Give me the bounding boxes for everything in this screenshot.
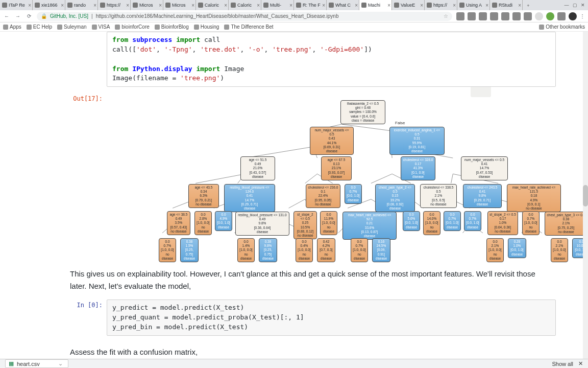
browser-tab[interactable]: Micros× xyxy=(163,0,196,10)
output-prompt: Out[17]: xyxy=(68,93,107,264)
close-icon[interactable]: × xyxy=(257,3,260,8)
browser-tab[interactable]: https://× xyxy=(98,0,131,10)
ext-icon[interactable] xyxy=(546,12,554,20)
close-icon[interactable]: × xyxy=(485,3,488,8)
code-cell[interactable]: y_predict = model.predict(X_test) y_pred… xyxy=(107,300,556,336)
omnibox[interactable]: 🔒 GitHub, Inc. [US] | https://github.com… xyxy=(37,12,452,21)
close-icon[interactable]: ✕ xyxy=(580,2,586,8)
close-icon[interactable]: ✕ xyxy=(578,360,583,367)
favicon-icon xyxy=(459,3,464,8)
close-icon[interactable]: × xyxy=(289,3,292,8)
tree-node: max_heart_rate_achieved <= 121.5 0.18 4.… xyxy=(507,184,561,212)
menu-icon[interactable]: ⋮ xyxy=(580,13,585,19)
browser-tab-bar: ITaP Re×xie1866×rando×https://×Micros×Mi… xyxy=(0,0,588,10)
tree-node: st_slope_2 <= 0.5 0.25 10.5% [0.88, 0.12… xyxy=(293,211,317,239)
browser-tab[interactable]: What C× xyxy=(327,0,359,10)
ext-icon[interactable] xyxy=(524,12,532,20)
ext-icon[interactable] xyxy=(501,12,509,20)
close-icon[interactable]: × xyxy=(61,3,64,8)
browser-tab[interactable]: Caloric× xyxy=(196,0,229,10)
tree-node: max_heart_rate_achieved <= 92.5 0.21 33.… xyxy=(342,212,397,240)
ext-icon[interactable] xyxy=(557,12,566,20)
chevron-down-icon[interactable]: ⌄ xyxy=(58,360,63,367)
close-icon[interactable]: × xyxy=(28,3,31,8)
browser-tab[interactable]: https://× xyxy=(425,0,457,10)
tree-node: chest_pain_type_3 <= 0.5 0.38 2.1% [0.75… xyxy=(545,212,587,236)
browser-tab[interactable]: R: The F× xyxy=(294,0,327,10)
page-content[interactable]: from subprocess import call call(['dot',… xyxy=(0,32,588,359)
tree-node: age <= 43.5 0.34 6.3% [0.79, 0.21] no di… xyxy=(188,184,219,208)
bookmark-item[interactable]: Housing xyxy=(194,24,219,30)
new-tab-button[interactable]: + xyxy=(523,0,534,11)
window-controls: — ▢ ✕ xyxy=(561,0,588,10)
close-icon[interactable]: × xyxy=(387,3,390,8)
download-chip[interactable]: ▦ heart.csv ⌄ xyxy=(5,359,68,368)
bookmark-item[interactable]: VISA xyxy=(92,24,110,30)
tab-title: https:// xyxy=(107,3,120,8)
close-icon[interactable]: × xyxy=(518,3,521,8)
scrollbar-thumb[interactable] xyxy=(583,185,588,206)
bookmark-item[interactable]: BioinforBlog xyxy=(155,24,189,30)
ext-icon[interactable] xyxy=(456,12,464,20)
code-cell[interactable]: from subprocess import call call(['dot',… xyxy=(107,32,556,87)
ext-icon[interactable] xyxy=(512,12,521,20)
browser-tab[interactable]: rando× xyxy=(65,0,98,10)
close-icon[interactable]: × xyxy=(355,3,358,8)
ext-icon[interactable] xyxy=(479,12,487,20)
ext-icon[interactable] xyxy=(490,12,498,20)
show-all-downloads[interactable]: Show all xyxy=(552,361,573,367)
close-icon[interactable]: × xyxy=(420,3,423,8)
tab-title: RStudi xyxy=(499,3,512,8)
tree-node: exercise_induced_angina_1 <= 0.5 0.31 55… xyxy=(389,127,445,155)
apps-button[interactable]: Apps xyxy=(3,24,21,30)
close-icon[interactable]: × xyxy=(191,3,194,8)
maximize-icon[interactable]: ▢ xyxy=(572,2,578,8)
star-icon[interactable]: ☆ xyxy=(444,13,448,19)
close-icon[interactable]: × xyxy=(159,3,162,8)
tab-title: R: The F xyxy=(303,3,321,8)
minimize-icon[interactable]: — xyxy=(564,2,570,8)
tab-title: What C xyxy=(335,3,351,8)
tree-node: num_major_vessels <= 0.5 0.43 44.1% [0.6… xyxy=(310,127,354,155)
bookmark-item[interactable]: Suleyman xyxy=(57,24,86,30)
svg-line-10 xyxy=(371,174,392,183)
tab-title: https:// xyxy=(433,3,447,8)
favicon-icon xyxy=(361,3,366,8)
tree-node: 0.0 0.7% [1.0, 0.0] no disease xyxy=(159,238,176,262)
other-bookmarks[interactable]: Other bookmarks xyxy=(539,24,585,30)
tree-node: 0.0 11.9% [1.0, 0.0] no disease xyxy=(320,211,337,235)
favicon-icon xyxy=(231,3,236,8)
browser-tab[interactable]: xie1866× xyxy=(33,0,65,10)
favicon-icon xyxy=(329,3,334,8)
markdown-text: Assess the fit with a confusion matrix, xyxy=(68,342,556,359)
browser-tab[interactable]: Multi-× xyxy=(261,0,294,10)
tree-node: 0.38 1.5% [0.25, 0.75] disease xyxy=(180,238,199,262)
tree-node: cholesterol <= 236.0 0.1 22.4% [0.95, 0.… xyxy=(306,184,340,208)
ext-icon[interactable] xyxy=(535,12,543,20)
close-icon[interactable]: × xyxy=(93,3,96,8)
tree-node: 0.0 0.7% [1.0, 0.0] no disease xyxy=(522,211,540,235)
browser-tab[interactable]: ValueE× xyxy=(392,0,425,10)
browser-tab[interactable]: ITaP Re× xyxy=(0,0,33,10)
browser-tab[interactable]: Caloric× xyxy=(229,0,261,10)
ext-icon[interactable] xyxy=(468,12,476,20)
decision-tree-output: True False thalassemia_2 <= 0.5 gini = 0… xyxy=(107,96,556,255)
bookmark-item[interactable]: EC Help xyxy=(27,24,52,30)
browser-tab[interactable]: Using A× xyxy=(457,0,490,10)
close-icon[interactable]: × xyxy=(224,3,227,8)
close-icon[interactable]: × xyxy=(322,3,325,8)
browser-tab[interactable]: Machi× xyxy=(359,0,392,10)
browser-tab[interactable]: RStudi× xyxy=(490,0,523,10)
browser-tab[interactable]: Micros× xyxy=(131,0,163,10)
close-icon[interactable]: × xyxy=(453,3,456,8)
profile-avatar[interactable] xyxy=(569,12,577,20)
tab-title: ValueE xyxy=(401,3,415,8)
tab-title: ITaP Re xyxy=(9,3,25,8)
close-icon[interactable]: × xyxy=(126,3,129,8)
bookmark-item[interactable]: bioinforCore xyxy=(115,24,149,30)
back-icon[interactable]: ← xyxy=(3,13,10,20)
bookmark-item[interactable]: The Difference Bet xyxy=(224,24,273,30)
reload-icon[interactable]: ⟳ xyxy=(26,13,33,20)
forward-icon[interactable]: → xyxy=(14,13,21,20)
scrollbar-track[interactable] xyxy=(583,32,588,359)
